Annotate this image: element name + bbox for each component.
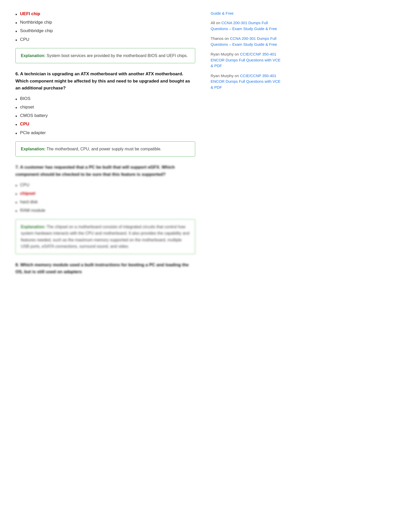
q6-item-chipset: chipset — [20, 104, 34, 111]
q7-block: 7. A customer has requested that a PC be… — [15, 164, 195, 254]
q5-list-section: UEFI chip Northbridge chip Southbridge c… — [15, 10, 195, 63]
q7-explanation-text: The chipset on a motherboard consists of… — [21, 225, 189, 249]
q5-item-northbridge: Northbridge chip — [20, 19, 52, 26]
list-item: hard disk — [15, 198, 195, 205]
q6-item-cmos: CMOS battery — [20, 112, 48, 119]
q6-item-bios: BIOS — [20, 95, 31, 102]
q6-block: 6. A technician is upgrading an ATX moth… — [15, 70, 195, 157]
q7-explanation-box: Explanation: The chipset on a motherboar… — [15, 219, 195, 254]
sidebar-author-1: Thanos on — [211, 36, 230, 41]
q7-item-ram: RAM module — [20, 207, 45, 214]
sidebar-group-3: Ryan Murphy on CCIE/CCNP 350-401 ENCOR D… — [211, 73, 283, 90]
list-item: BIOS — [15, 95, 195, 102]
q7-answer-chipset: chipset — [20, 190, 35, 197]
q7-question-text: 7. A customer has requested that a PC be… — [15, 164, 195, 178]
q6-explanation-label: Explanation: — [21, 147, 45, 151]
sidebar: Guide & Free All on CCNA 200-301 Dumps F… — [211, 10, 283, 279]
sidebar-author-3: Ryan Murphy on — [211, 74, 240, 78]
main-content: UEFI chip Northbridge chip Southbridge c… — [15, 10, 195, 279]
q6-explanation-box: Explanation: The motherboard, CPU, and p… — [15, 141, 195, 157]
sidebar-group-2: Ryan Murphy on CCIE/CCNP 350-401 ENCOR D… — [211, 51, 283, 69]
q6-item-pcie: PCIe adapter — [20, 129, 46, 136]
sidebar-author-0: All on — [211, 21, 221, 25]
q7-explanation-label: Explanation: — [21, 225, 45, 229]
q6-explanation-text: The motherboard, CPU, and power supply m… — [45, 147, 162, 151]
q5-item-cpu: CPU — [20, 36, 29, 43]
list-item: Northbridge chip — [15, 19, 195, 26]
sidebar-author-2: Ryan Murphy on — [211, 52, 240, 56]
q6-answer-cpu: CPU — [20, 121, 29, 127]
page-container: UEFI chip Northbridge chip Southbridge c… — [0, 0, 411, 289]
q8-blurred-section: 8. Which memory module used a built inst… — [15, 261, 195, 275]
q6-answer-list: BIOS chipset CMOS battery CPU PCIe adapt… — [15, 95, 195, 136]
list-item: CPU — [15, 36, 195, 43]
q7-answer-list: CPU chipset hard disk RAM module — [15, 181, 195, 214]
list-item: PCIe adapter — [15, 129, 195, 136]
q5-explanation-label: Explanation: — [21, 53, 45, 58]
q5-answer-list: UEFI chip Northbridge chip Southbridge c… — [15, 10, 195, 43]
q5-explanation-text: System boot services are provided by the… — [45, 53, 188, 58]
list-item: chipset — [15, 104, 195, 111]
list-item: CPU — [15, 121, 195, 127]
q5-item-southbridge: Southbridge chip — [20, 27, 53, 34]
list-item: UEFI chip — [15, 10, 195, 17]
q8-question-text: 8. Which memory module used a built inst… — [15, 261, 195, 275]
q5-explanation-box: Explanation: System boot services are pr… — [15, 48, 195, 63]
q7-item-harddisk: hard disk — [20, 198, 38, 205]
sidebar-group-0: All on CCNA 200-301 Dumps Full Questions… — [211, 20, 283, 32]
q7-blurred-section: 7. A customer has requested that a PC be… — [15, 164, 195, 254]
sidebar-top-link[interactable]: Guide & Free — [211, 10, 283, 16]
sidebar-group-1: Thanos on CCNA 200-301 Dumps Full Questi… — [211, 36, 283, 47]
q6-question-text: 6. A technician is upgrading an ATX moth… — [15, 70, 195, 91]
q5-answer-uefi: UEFI chip — [20, 10, 40, 17]
list-item: CPU — [15, 181, 195, 188]
q7-item-cpu: CPU — [20, 181, 29, 188]
list-item: RAM module — [15, 207, 195, 214]
list-item: CMOS battery — [15, 112, 195, 119]
list-item: chipset — [15, 190, 195, 197]
list-item: Southbridge chip — [15, 27, 195, 34]
